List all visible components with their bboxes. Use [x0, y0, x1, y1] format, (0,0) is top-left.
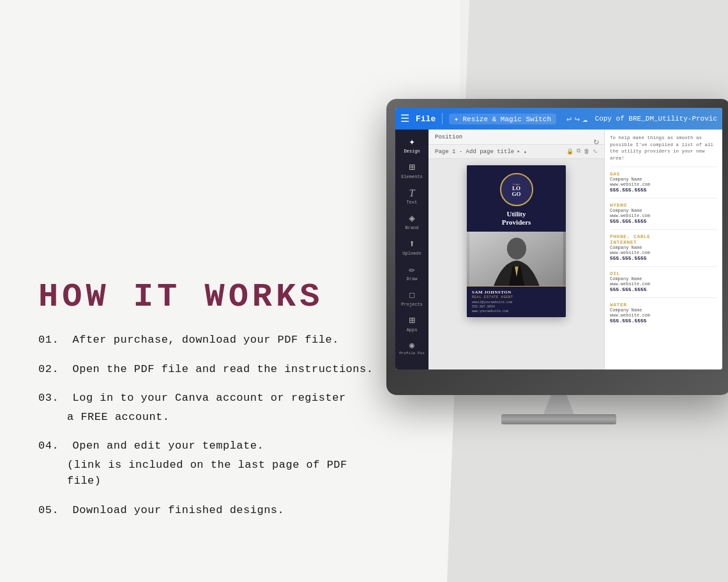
undo-icon[interactable]: ↩ — [566, 114, 572, 124]
cat-hydro-title: HYDRO — [610, 202, 717, 208]
card-person-name: SAM JOHNSTON — [472, 290, 561, 295]
redo-icon[interactable]: ↪ — [575, 114, 580, 124]
cat-hydro-company: Company Name — [610, 208, 717, 213]
page-chevron-up: ▴ — [524, 149, 527, 154]
panel-cat-hydro: HYDRO Company Name www.website.com 555.5… — [610, 202, 717, 224]
projects-icon: ☐ — [409, 290, 415, 301]
toolbar-divider — [442, 113, 443, 124]
step-3-text: Log in to your Canva account or register — [73, 392, 346, 404]
cat-oil-company: Company Name — [610, 276, 717, 281]
step-3-cont: a FREE account. — [38, 409, 386, 426]
step-2-number: 02. — [38, 363, 73, 375]
sidebar-projects[interactable]: ☐ Projects — [395, 287, 428, 311]
canvas-position-bar: Position — [428, 130, 604, 145]
monitor-screen: ☰ File ✦ Resize & Magic Switch ↩ ↪ ☁ Cop… — [395, 108, 722, 369]
card-website: www.yourwebsite.com — [472, 310, 561, 314]
cat-phone-cable-title: PHONE, CABLE — [610, 234, 717, 239]
panel-intro: To help make things as smooth as possibl… — [610, 135, 717, 161]
sidebar-draw[interactable]: ✏ Draw — [395, 261, 428, 285]
canva-right-panel: To help make things as smooth as possibl… — [604, 130, 722, 369]
expand-icon: ⤡ — [593, 148, 598, 155]
cat-hydro-phone: 555.555.5555 — [610, 218, 717, 224]
sidebar-draw-label: Draw — [407, 276, 418, 281]
page-label: Page 1 - Add page title — [435, 149, 514, 155]
step-3-cont-text: a FREE account. — [67, 411, 170, 423]
page-label-bar: Page 1 - Add page title ▾ ▴ 🔒 ⧉ 🗑 ⤡ — [428, 145, 604, 159]
copy-icon: ⧉ — [577, 148, 580, 155]
card-name-section: SAM JOHNSTON Real Estate Agent email@you… — [467, 286, 566, 317]
design-icon: ✦ — [409, 137, 415, 147]
lock-icon: 🔒 — [566, 148, 573, 155]
step-2: 02. Open the PDF file and read the instr… — [38, 361, 386, 378]
cat-hydro-website: www.website.com — [610, 213, 717, 218]
monitor-container: ☰ File ✦ Resize & Magic Switch ↩ ↪ ☁ Cop… — [370, 99, 728, 424]
draw-icon: ✏ — [409, 265, 415, 275]
canvas-drawing-area: Logo LO GO UtilityProviders — [428, 159, 604, 324]
sidebar-uploads[interactable]: ⬆ Uploads — [395, 235, 428, 260]
step-4-cont-text: (link is included on the last page of PD… — [67, 459, 347, 488]
toolbar-arrows: ↩ ↪ ☁ — [566, 114, 588, 124]
sidebar-profile[interactable]: ◉ Profile Pic — [395, 338, 428, 359]
step-5-number: 05. — [38, 504, 73, 516]
main-heading: HOW IT WORKS — [38, 281, 386, 314]
cat-oil-phone: 555.555.5555 — [610, 287, 717, 292]
sidebar-text[interactable]: T Text — [395, 184, 428, 209]
sidebar-elements[interactable]: ⊞ Elements — [395, 159, 428, 183]
panel-cat-water: WATER Company Name www.website.com 555.5… — [610, 302, 717, 324]
sidebar-elements-label: Elements — [401, 174, 423, 179]
position-label: Position — [435, 134, 462, 140]
hamburger-icon[interactable]: ☰ — [400, 112, 409, 125]
card-top: Logo LO GO UtilityProviders — [467, 165, 566, 232]
step-5-text: Download your finished designs. — [73, 504, 285, 516]
step-1: 01. After purchase, download your PDF fi… — [38, 332, 386, 348]
cat-water-website: www.website.com — [610, 313, 717, 318]
step-3: 03. Log in to your Canva account or regi… — [38, 390, 386, 407]
design-card: Logo LO GO UtilityProviders — [467, 165, 566, 317]
sidebar-apps-label: Apps — [407, 327, 418, 332]
elements-icon: ⊞ — [409, 163, 415, 173]
content-left: HOW IT WORKS 01. After purchase, downloa… — [0, 0, 421, 582]
step-4-number: 04. — [38, 440, 73, 452]
page-chevron-down: ▾ — [517, 149, 520, 154]
uploads-icon: ⬆ — [409, 239, 415, 250]
cat-gas-phone: 555.555.5555 — [610, 187, 717, 193]
monitor-bezel: ☰ File ✦ Resize & Magic Switch ↩ ↪ ☁ Cop… — [386, 99, 728, 395]
panel-divider-1 — [610, 167, 717, 167]
sidebar-apps[interactable]: ⊞ Apps — [395, 312, 428, 336]
cat-gas-title: GAS — [610, 171, 717, 177]
panel-divider-4 — [610, 266, 717, 267]
save-icon[interactable]: ☁ — [582, 114, 588, 124]
sidebar-profile-label: Profile Pic — [399, 351, 425, 355]
canva-workspace[interactable]: Position Page 1 - Add page title ▾ ▴ 🔒 ⧉… — [428, 130, 604, 369]
toolbar-file[interactable]: File — [416, 114, 436, 124]
sidebar-design-label: Design — [404, 149, 420, 154]
profile-icon: ◉ — [409, 341, 414, 350]
step-4-text: Open and edit your template. — [73, 440, 264, 452]
cat-water-company: Company Name — [610, 308, 717, 313]
steps-list: 01. After purchase, download your PDF fi… — [38, 332, 386, 531]
sidebar-brand-label: Brand — [405, 225, 418, 230]
sidebar-brand[interactable]: ◈ Brand — [395, 210, 428, 234]
card-person-role: Real Estate Agent — [472, 295, 561, 299]
cat-oil-title: OIL — [610, 271, 717, 276]
sidebar-uploads-label: Uploads — [402, 251, 421, 256]
refresh-icon[interactable]: ↻ — [594, 136, 599, 147]
panel-cat-gas: GAS Company Name www.website.com 555.555… — [610, 171, 717, 193]
step-1-text: After purchase, download your PDF file. — [73, 334, 339, 346]
person-svg — [467, 232, 566, 286]
cat-phone-cable-phone: 555.555.5555 — [610, 255, 717, 261]
canva-sidebar: ✦ Design ⊞ Elements T Text ◈ — [395, 130, 428, 369]
sidebar-text-label: Text — [407, 200, 418, 205]
panel-divider-2 — [610, 198, 717, 198]
step-4-cont: (link is included on the last page of PD… — [38, 457, 386, 489]
card-title: UtilityProviders — [473, 210, 559, 227]
resize-btn[interactable]: ✦ Resize & Magic Switch — [449, 114, 556, 124]
panel-cat-oil: OIL Company Name www.website.com 555.555… — [610, 271, 717, 292]
apps-icon: ⊞ — [409, 316, 415, 326]
sidebar-design[interactable]: ✦ Design — [395, 133, 428, 158]
panel-divider-3 — [610, 229, 717, 230]
monitor-stand-base — [501, 414, 616, 424]
monitor: ☰ File ✦ Resize & Magic Switch ↩ ↪ ☁ Cop… — [386, 99, 728, 424]
trash-icon: 🗑 — [584, 148, 589, 155]
monitor-stand-neck — [540, 395, 578, 414]
